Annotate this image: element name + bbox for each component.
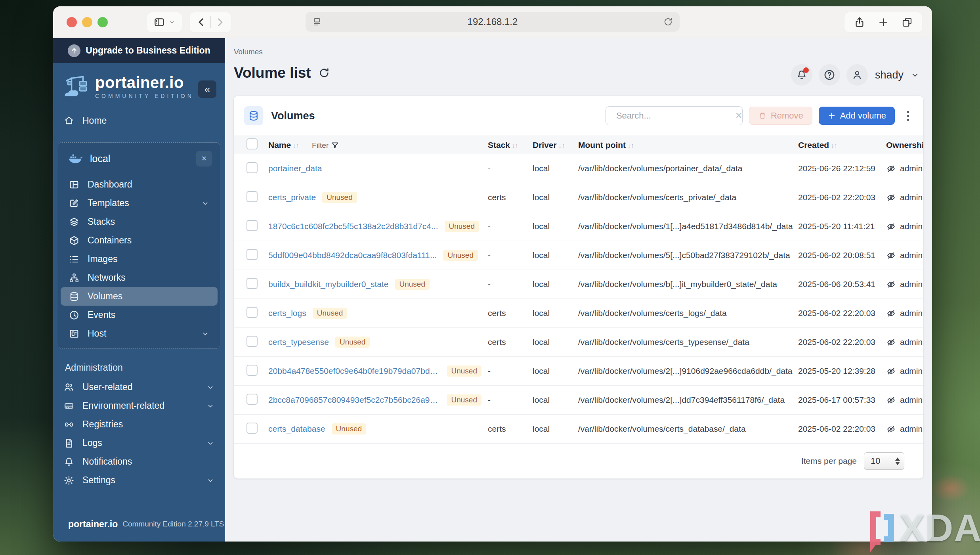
sidebar-item-user-related[interactable]: User-related (53, 378, 225, 396)
row-checkbox[interactable] (246, 191, 258, 202)
table-row[interactable]: 1870c6c1c608fc2bc5f5c138a2c2d8b31d7c4...… (234, 212, 923, 241)
panel-kebab-menu[interactable] (903, 111, 913, 121)
column-driver[interactable]: Driver (533, 140, 557, 149)
volume-name-link[interactable]: 20bb4a478e550ef0c9e64b0fe19b79da07bd2... (268, 366, 441, 376)
user-avatar[interactable] (846, 64, 868, 86)
refresh-icon[interactable] (318, 67, 330, 79)
row-checkbox[interactable] (246, 162, 258, 173)
volume-name-link[interactable]: certs_logs (268, 308, 306, 318)
created-cell: 2025-05-20 12:39:28 (798, 366, 886, 376)
forward-button[interactable] (214, 16, 226, 28)
name-filter[interactable]: Filter (312, 141, 339, 150)
table-row[interactable]: certs_database Unused certs local /var/l… (234, 415, 923, 444)
user-menu-chevron-icon[interactable] (910, 70, 920, 80)
ownership-cell: administrators (886, 337, 923, 347)
sidebar-item-logs[interactable]: Logs (53, 434, 225, 452)
sidebar-collapse-button[interactable]: « (198, 80, 216, 98)
environment-close-button[interactable]: × (196, 151, 212, 166)
volume-name-link[interactable]: 5ddf009e04bbd8492dca0caa9f8c803fda111... (268, 251, 437, 260)
page-format-icon[interactable] (312, 17, 322, 27)
sidebar-item-events[interactable]: Events (61, 306, 218, 324)
volume-name-link[interactable]: buildx_buildkit_mybuilder0_state (268, 279, 389, 289)
sidebar-item-environment-related[interactable]: Environment-related (53, 396, 225, 415)
sidebar-item-templates[interactable]: Templates (61, 194, 218, 212)
reload-icon[interactable] (663, 17, 673, 27)
volume-name-link[interactable]: 2bcc8a7096857c809493ef5c2c7b56bc26a92... (268, 395, 441, 405)
zoom-window-button[interactable] (97, 17, 108, 27)
created-cell: 2025-05-20 11:41:21 (798, 222, 886, 231)
minimize-window-button[interactable] (82, 17, 92, 27)
environment-name: local (90, 153, 110, 165)
volume-name-link[interactable]: portainer_data (268, 164, 322, 173)
add-volume-button[interactable]: Add volume (819, 107, 895, 125)
volume-name-link[interactable]: certs_database (268, 424, 325, 434)
username[interactable]: shady (875, 69, 904, 81)
environment-header[interactable]: local × (61, 147, 218, 175)
sidebar-item-registries[interactable]: Registries (53, 415, 225, 434)
share-icon[interactable] (854, 16, 865, 28)
table-row[interactable]: 5ddf009e04bbd8492dca0caa9f8c803fda111...… (234, 241, 923, 270)
search-clear-icon[interactable]: ✕ (735, 111, 742, 121)
sidebar-item-images[interactable]: Images (61, 250, 218, 268)
search-input[interactable] (615, 110, 731, 121)
new-tab-icon[interactable] (877, 16, 889, 28)
row-checkbox[interactable] (246, 336, 258, 347)
table-row[interactable]: certs_private Unused certs local /var/li… (234, 183, 923, 212)
volume-name-link[interactable]: 1870c6c1c608fc2bc5f5c138a2c2d8b31d7c4... (268, 222, 438, 231)
column-created[interactable]: Created (798, 140, 829, 149)
select-all-checkbox[interactable] (246, 138, 258, 149)
sidebar-item-dashboard[interactable]: Dashboard (61, 175, 218, 194)
sidebar-item-host[interactable]: Host (61, 324, 218, 343)
sidebar-item-settings[interactable]: Settings (53, 471, 225, 490)
remove-button[interactable]: Remove (749, 107, 812, 125)
eye-slash-icon (886, 164, 896, 174)
notifications-button[interactable] (791, 64, 812, 86)
row-checkbox[interactable] (246, 249, 258, 260)
sidebar-toggle-button[interactable] (147, 12, 182, 33)
sidebar-item-notifications[interactable]: Notifications (53, 452, 225, 471)
table-row[interactable]: buildx_buildkit_mybuilder0_state Unused … (234, 270, 923, 299)
volume-name-link[interactable]: certs_typesense (268, 337, 329, 347)
help-button[interactable] (819, 64, 840, 86)
column-mount-point[interactable]: Mount point (578, 140, 626, 149)
table-row[interactable]: certs_logs Unused certs local /var/lib/d… (234, 299, 923, 328)
table-row[interactable]: 20bb4a478e550ef0c9e64b0fe19b79da07bd2...… (234, 357, 923, 386)
table-row[interactable]: certs_typesense Unused certs local /var/… (234, 328, 923, 357)
column-ownership[interactable]: Ownership (886, 140, 923, 149)
row-checkbox[interactable] (246, 307, 258, 318)
table-row[interactable]: portainer_data - local /var/lib/docker/v… (234, 154, 923, 183)
upgrade-banner[interactable]: Upgrade to Business Edition (53, 38, 225, 63)
sidebar-item-containers[interactable]: Containers (61, 231, 218, 250)
url-text[interactable]: 192.168.1.2 (322, 16, 663, 27)
ownership-cell: administrators (886, 308, 923, 318)
sidebar-item-networks[interactable]: Networks (61, 268, 218, 287)
close-window-button[interactable] (67, 17, 77, 27)
column-stack[interactable]: Stack (488, 140, 510, 149)
sort-icons[interactable]: ↓↑ (292, 142, 299, 149)
row-checkbox[interactable] (246, 220, 258, 231)
back-button[interactable] (195, 16, 207, 28)
row-checkbox[interactable] (246, 365, 258, 376)
tab-overview-icon[interactable] (901, 16, 913, 28)
notification-badge (803, 67, 809, 73)
sidebar-item-home[interactable]: Home (53, 110, 225, 131)
unused-badge: Unused (322, 192, 357, 203)
ownership-text: administrators (900, 366, 923, 376)
portainer-logo-icon (63, 73, 90, 100)
row-checkbox[interactable] (246, 394, 258, 405)
items-per-page-select[interactable]: 10 (864, 452, 904, 470)
sidebar-item-stacks[interactable]: Stacks (61, 212, 218, 231)
ownership-text: administrators (900, 308, 923, 318)
row-checkbox[interactable] (246, 278, 258, 289)
sidebar-item-volumes[interactable]: Volumes (61, 287, 218, 306)
toolbar-right-buttons (844, 12, 923, 33)
breadcrumb[interactable]: Volumes (234, 48, 923, 56)
row-checkbox[interactable] (246, 423, 258, 434)
volumes-panel-icon (244, 106, 263, 125)
xda-watermark: XDA (870, 509, 980, 547)
volume-name-link[interactable]: certs_private (268, 193, 316, 202)
table-row[interactable]: 2bcc8a7096857c809493ef5c2c7b56bc26a92...… (234, 386, 923, 415)
url-bar[interactable]: 192.168.1.2 (306, 12, 680, 32)
column-name[interactable]: Name (268, 140, 291, 149)
ownership-cell: administrators (886, 222, 923, 232)
